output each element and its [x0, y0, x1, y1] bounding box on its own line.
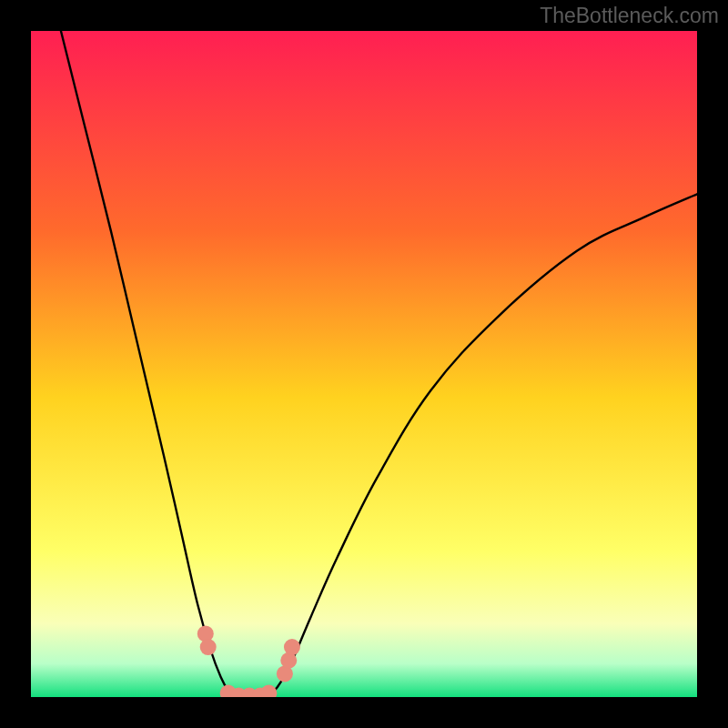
- gradient-background: [31, 31, 697, 697]
- watermark-text: TheBottleneck.com: [540, 4, 719, 28]
- marker-point: [284, 639, 300, 655]
- chart-frame: TheBottleneck.com: [0, 0, 728, 728]
- marker-point: [200, 639, 217, 655]
- plot-area: [31, 31, 697, 697]
- plot-svg: [31, 31, 697, 697]
